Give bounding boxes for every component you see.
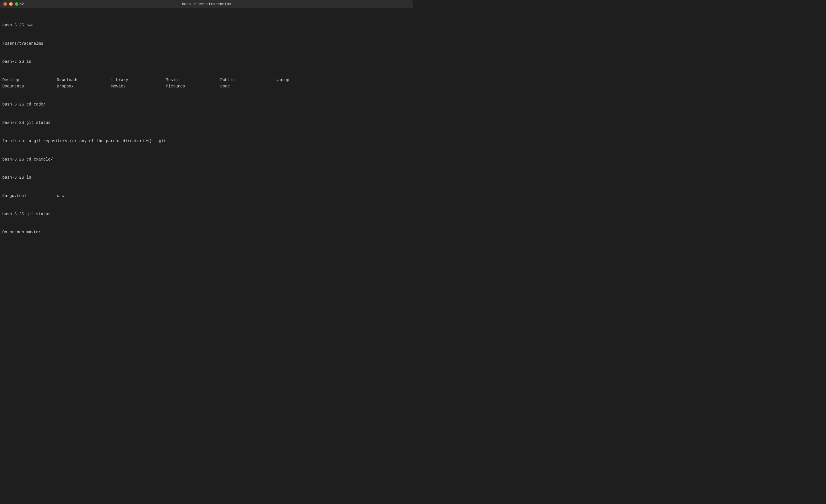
empty-line-1 [2,248,410,252]
title-bar: ⌘2 bash /Users/tracehelms [0,0,413,8]
ls-item-src: src [57,193,111,199]
ls-output-grid: Desktop Downloads Library Music Public l… [2,77,410,89]
ls-item-code: code [220,83,275,90]
maximize-button[interactable] [15,2,18,6]
line-fatal-output: fatal: not a git repository (or any of t… [2,138,410,144]
line-cd-example-cmd: bash-3.2$ cd example/ [2,156,410,163]
ls-item-documents: Documents [2,83,57,90]
line-ls-2-cmd: bash-3.2$ ls [2,175,410,181]
ls-item-empty4 [220,193,275,199]
ls-item-movies: Movies [111,83,166,90]
ls-item-laptop: laptop [275,77,329,83]
ls-item-empty5 [275,193,329,199]
ls-item-desktop: Desktop [2,77,57,83]
ls-item-music: Music [166,77,220,83]
line-cd-code-cmd: bash-3.2$ cd code/ [2,102,410,108]
terminal-window: ⌘2 bash /Users/tracehelms bash-3.2$ pwd … [0,0,413,252]
close-button[interactable] [3,2,7,6]
ls-item-public: Public [220,77,275,83]
ls-item-empty2 [111,193,166,199]
traffic-lights [3,2,18,6]
ls-2-output-grid: Cargo.toml src [2,193,410,199]
minimize-button[interactable] [9,2,13,6]
window-title: bash /Users/tracehelms [182,2,231,6]
ls-item-empty3 [166,193,220,199]
ls-item-empty [275,83,329,90]
line-pwd-output: /Users/tracehelms [2,41,410,47]
line-git-status-1-cmd: bash-3.2$ git status [2,120,410,126]
ls-item-pictures: Pictures [166,83,220,90]
line-git-status-2-cmd: bash-3.2$ git status [2,211,410,217]
ls-item-cargotoml: Cargo.toml [2,193,57,199]
terminal-content[interactable]: bash-3.2$ pwd /Users/tracehelms bash-3.2… [0,8,413,252]
line-ls-cmd: bash-3.2$ ls [2,59,410,65]
ls-item-dropbox: Dropbox [57,83,111,90]
ls-item-library: Library [111,77,166,83]
line-on-branch: On branch master [2,229,410,236]
ls-item-downloads: Downloads [57,77,111,83]
line-pwd-cmd: bash-3.2$ pwd [2,22,410,29]
shortcut-label: ⌘2 [19,2,24,6]
